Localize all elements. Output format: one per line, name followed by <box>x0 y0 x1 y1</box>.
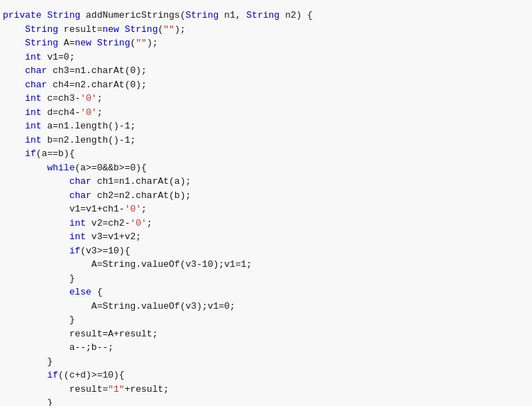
plain-token: result= <box>64 24 103 35</box>
kw-token: String <box>246 10 285 21</box>
plain-token: } <box>47 397 52 406</box>
plain-token: +result; <box>125 384 169 395</box>
line-content: int v1=0; <box>0 50 526 65</box>
plain-token: a=n1.length()-1; <box>47 121 135 131</box>
code-line: char ch2=n2.charAt(b); <box>0 189 526 203</box>
line-content: A=String.valueOf(v3);v1=0; <box>0 300 526 314</box>
kw-token: new <box>102 24 124 35</box>
kw-token: char <box>25 79 52 90</box>
code-line: else { <box>0 285 526 300</box>
string-token: "" <box>135 38 147 48</box>
line-content: String A=new String(""); <box>0 36 526 50</box>
code-line: String A=new String(""); <box>0 36 526 50</box>
kw-token: while <box>47 163 74 173</box>
kw-token: int <box>25 135 47 146</box>
kw-token: if <box>70 246 81 256</box>
code-line: a--;b--; <box>0 341 526 355</box>
plain-token: ch2=n2.charAt(b); <box>97 190 192 201</box>
kw-token: if <box>25 148 36 159</box>
plain-token: ; <box>141 204 147 214</box>
kw-token: char <box>70 190 97 201</box>
line-content: char ch4=n2.charAt(0); <box>0 78 526 92</box>
line-content: int v3=v1+v2; <box>0 230 526 244</box>
code-line: int a=n1.length()-1; <box>0 119 526 133</box>
code-line: if(v3>=10){ <box>0 244 526 258</box>
code-line: } <box>0 272 526 286</box>
code-line: int c=ch3-'0'; <box>0 92 526 106</box>
plain-token: ; <box>97 107 103 118</box>
line-content: } <box>0 313 526 327</box>
string-token: '0' <box>80 107 96 118</box>
plain-token: A=String.valueOf(v3-10);v1=1; <box>92 259 252 270</box>
line-content: if(v3>=10){ <box>0 244 526 258</box>
kw-token: int <box>25 93 47 104</box>
string-token: '0' <box>130 218 146 229</box>
line-content: int b=n2.length()-1; <box>0 133 526 148</box>
code-line: if(a==b){ <box>0 147 526 161</box>
code-line: while(a>=0&&b>=0){ <box>0 161 526 175</box>
line-content: int v2=ch2-'0'; <box>0 216 526 231</box>
plain-token: n2) { <box>285 10 313 21</box>
string-token: '0' <box>125 204 141 214</box>
plain-token: v1=0; <box>47 52 74 62</box>
plain-token: (v3>=10){ <box>80 246 130 256</box>
code-line: private String addNumericStrings(String … <box>0 9 526 23</box>
plain-token: (a==b){ <box>36 148 75 159</box>
line-content: if(a==b){ <box>0 147 526 161</box>
line-content: while(a>=0&&b>=0){ <box>0 161 526 175</box>
kw-token: String <box>97 38 131 48</box>
plain-token: d=ch4- <box>47 107 80 118</box>
line-content: A=String.valueOf(v3-10);v1=1; <box>0 258 526 272</box>
line-content: a--;b--; <box>0 341 526 355</box>
line-content: result="1"+result; <box>0 383 526 397</box>
line-content: } <box>0 272 526 286</box>
code-line: } <box>0 355 526 369</box>
plain-token: ; <box>147 218 153 229</box>
plain-token: } <box>70 273 75 284</box>
line-content: else { <box>0 285 526 300</box>
kw-token: int <box>25 121 47 131</box>
line-content: String result=new String(""); <box>0 23 526 37</box>
kw-token: private <box>3 10 47 21</box>
kw-token: int <box>25 52 47 62</box>
code-line: int v1=0; <box>0 50 526 65</box>
code-block: private String addNumericStrings(String … <box>0 9 526 406</box>
kw-token: String <box>47 10 86 21</box>
kw-token: int <box>70 231 92 242</box>
line-content: v1=v1+ch1-'0'; <box>0 202 526 216</box>
code-line: char ch1=n1.charAt(a); <box>0 175 526 189</box>
plain-token: A=String.valueOf(v3);v1=0; <box>92 301 235 312</box>
line-content: } <box>0 355 526 369</box>
code-line: A=String.valueOf(v3-10);v1=1; <box>0 258 526 272</box>
line-content: char ch1=n1.charAt(a); <box>0 175 526 189</box>
line-content: if((c+d)>=10){ <box>0 368 526 383</box>
line-content: int a=n1.length()-1; <box>0 119 526 133</box>
line-content: } <box>0 396 526 406</box>
kw-token: char <box>25 65 52 76</box>
kw-token: String <box>25 38 64 48</box>
code-line: } <box>0 313 526 327</box>
plain-token: a--;b--; <box>70 342 113 353</box>
kw-token: int <box>70 218 92 229</box>
plain-token: b=n2.length()-1; <box>47 135 135 146</box>
code-line: result="1"+result; <box>0 383 526 397</box>
plain-token: result=A+result; <box>70 329 158 339</box>
code-line: int v2=ch2-'0'; <box>0 216 526 231</box>
plain-token: ch1=n1.charAt(a); <box>97 176 192 187</box>
code-line: char ch3=n1.charAt(0); <box>0 64 526 78</box>
plain-token: ); <box>147 38 163 48</box>
plain-token: A= <box>64 38 75 48</box>
kw-token: String <box>125 24 158 35</box>
line-content: result=A+result; <box>0 327 526 341</box>
plain-token: ch3=n1.charAt(0); <box>52 65 147 76</box>
plain-token: addNumericStrings( <box>86 10 185 21</box>
kw-token: String <box>25 24 64 35</box>
plain-token: (a>=0&&b>=0){ <box>74 163 146 173</box>
kw-token: else <box>70 287 97 297</box>
plain-token: } <box>47 356 52 367</box>
plain-token: } <box>70 314 75 325</box>
plain-token: v2=ch2- <box>92 218 131 229</box>
line-content: private String addNumericStrings(String … <box>0 9 526 23</box>
code-line: v1=v1+ch1-'0'; <box>0 202 526 216</box>
plain-token: c=ch3- <box>47 93 80 104</box>
